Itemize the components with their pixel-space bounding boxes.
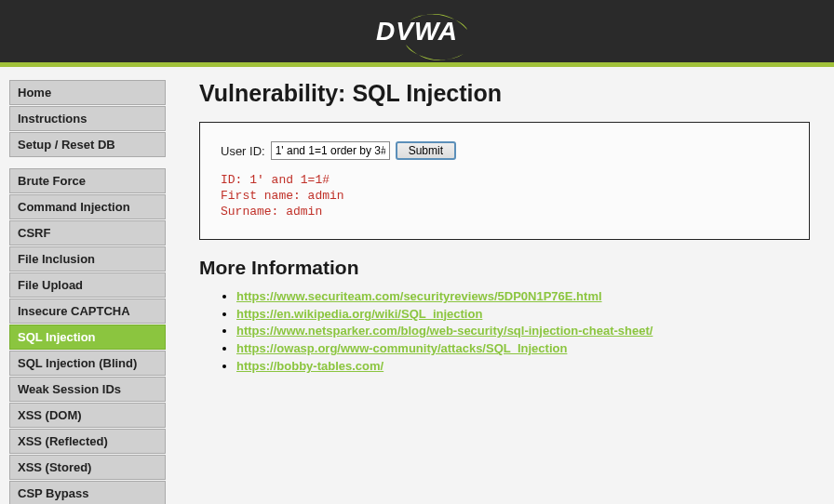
nav-sql-injection-blind[interactable]: SQL Injection (Blind) xyxy=(9,351,166,376)
link-securiteam[interactable]: https://www.securiteam.com/securityrevie… xyxy=(236,289,602,303)
main-container: Home Instructions Setup / Reset DB Brute… xyxy=(0,67,834,504)
list-item: https://owasp.org/www-community/attacks/… xyxy=(236,340,810,358)
more-info-links: https://www.securiteam.com/securityrevie… xyxy=(199,288,810,376)
nav-xss-dom[interactable]: XSS (DOM) xyxy=(9,403,166,428)
nav-csrf[interactable]: CSRF xyxy=(9,220,166,245)
app-logo: DVWA xyxy=(376,17,458,46)
link-netsparker[interactable]: https://www.netsparker.com/blog/web-secu… xyxy=(236,324,652,338)
vuln-form-box: User ID: Submit ID: 1' and 1=1# First na… xyxy=(199,122,810,240)
nav-weak-session[interactable]: Weak Session IDs xyxy=(9,377,166,402)
nav-csp-bypass[interactable]: CSP Bypass xyxy=(9,481,166,504)
nav-xss-stored[interactable]: XSS (Stored) xyxy=(9,455,166,480)
main-content: Vulnerability: SQL Injection User ID: Su… xyxy=(199,80,825,504)
more-info-title: More Information xyxy=(199,257,810,279)
link-owasp[interactable]: https://owasp.org/www-community/attacks/… xyxy=(236,341,567,355)
query-result: ID: 1' and 1=1# First name: admin Surnam… xyxy=(221,173,788,220)
list-item: https://bobby-tables.com/ xyxy=(236,358,810,376)
list-item: https://www.securiteam.com/securityrevie… xyxy=(236,288,810,306)
nav-instructions[interactable]: Instructions xyxy=(9,106,166,131)
nav-command-injection[interactable]: Command Injection xyxy=(9,194,166,219)
result-line: First name: admin xyxy=(221,189,344,203)
app-header: DVWA xyxy=(0,0,834,67)
list-item: https://www.netsparker.com/blog/web-secu… xyxy=(236,323,810,340)
nav-xss-reflected[interactable]: XSS (Reflected) xyxy=(9,429,166,454)
nav-brute-force[interactable]: Brute Force xyxy=(9,168,166,193)
link-wikipedia[interactable]: https://en.wikipedia.org/wiki/SQL_inject… xyxy=(236,307,482,321)
nav-group-vulns: Brute Force Command Injection CSRF File … xyxy=(9,168,166,504)
result-line: Surname: admin xyxy=(221,205,322,219)
submit-button[interactable]: Submit xyxy=(396,141,456,160)
nav-file-inclusion[interactable]: File Inclusion xyxy=(9,246,166,272)
link-bobby-tables[interactable]: https://bobby-tables.com/ xyxy=(236,359,383,373)
nav-setup[interactable]: Setup / Reset DB xyxy=(9,132,166,157)
nav-home[interactable]: Home xyxy=(9,80,166,105)
user-id-input[interactable] xyxy=(271,141,390,160)
nav-group-main: Home Instructions Setup / Reset DB xyxy=(9,80,166,157)
form-row: User ID: Submit xyxy=(221,141,788,160)
result-line: ID: 1' and 1=1# xyxy=(221,173,330,187)
logo-text: DVWA xyxy=(376,17,458,46)
sidebar: Home Instructions Setup / Reset DB Brute… xyxy=(9,80,166,504)
nav-file-upload[interactable]: File Upload xyxy=(9,272,166,298)
nav-insecure-captcha[interactable]: Insecure CAPTCHA xyxy=(9,298,166,324)
list-item: https://en.wikipedia.org/wiki/SQL_inject… xyxy=(236,306,810,324)
nav-sql-injection[interactable]: SQL Injection xyxy=(9,325,166,350)
page-title: Vulnerability: SQL Injection xyxy=(199,80,810,107)
user-id-label: User ID: xyxy=(221,144,265,158)
